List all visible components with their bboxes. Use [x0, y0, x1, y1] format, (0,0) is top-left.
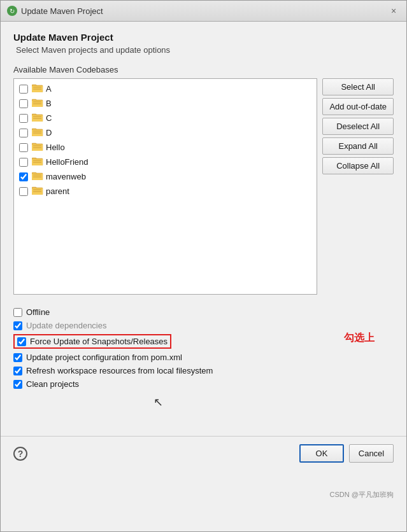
option-label-updateConfig: Update project configuration from pom.xm…	[26, 353, 182, 362]
svg-rect-24	[33, 147, 41, 148]
folder-icon	[32, 186, 43, 197]
project-name-C: C	[46, 113, 52, 123]
project-item-mavenweb[interactable]: mavenweb	[14, 169, 317, 184]
project-name-D: D	[46, 128, 52, 137]
svg-rect-29	[33, 162, 41, 163]
option-checkbox-forceUpdate[interactable]	[17, 337, 26, 346]
option-label-updateDeps: Update dependencies	[26, 321, 107, 330]
option-label-cleanProjects: Clean projects	[26, 379, 79, 389]
svg-rect-4	[33, 88, 41, 90]
project-item-B[interactable]: B	[14, 96, 317, 111]
project-item-Hello[interactable]: Hello	[14, 140, 317, 155]
dialog-subtitle: Select Maven projects and update options	[13, 45, 394, 55]
ok-button[interactable]: OK	[299, 444, 344, 463]
project-checkbox-C[interactable]	[19, 114, 28, 123]
dialog-content: Update Maven Project Select Maven projec…	[1, 22, 406, 431]
option-label-forceUpdate: Force Update of Snapshots/Releases	[30, 337, 168, 346]
cursor-icon: ↖	[154, 395, 163, 409]
folder-icon	[32, 171, 43, 182]
project-item-D[interactable]: D	[14, 125, 317, 140]
watermark: CSDN @平凡加班狗	[330, 490, 394, 500]
annotation-area: 勾选上	[13, 402, 394, 414]
svg-rect-3	[33, 87, 41, 88]
options-section: OfflineUpdate dependenciesForce Update o…	[13, 307, 394, 389]
project-name-A: A	[46, 84, 52, 94]
bottom-buttons: OK Cancel	[299, 444, 394, 463]
update-maven-dialog: Update Maven Project × Update Maven Proj…	[0, 0, 407, 532]
option-checkbox-updateConfig[interactable]	[13, 353, 22, 362]
side-buttons: Select All Add out-of-date Deselect All …	[322, 78, 394, 295]
option-row-cleanProjects: Clean projects	[13, 379, 394, 389]
project-checkbox-B[interactable]	[19, 99, 28, 108]
project-checkbox-Hello[interactable]	[19, 143, 28, 152]
projects-area: A B C D Hello	[13, 78, 394, 295]
svg-rect-34	[33, 176, 41, 178]
svg-rect-28	[33, 160, 41, 161]
project-item-C[interactable]: C	[14, 111, 317, 125]
option-row-refreshWorkspace: Refresh workspace resources from local f…	[13, 366, 394, 375]
project-name-Hello: Hello	[46, 143, 65, 152]
collapse-all-button[interactable]: Collapse All	[322, 157, 394, 174]
project-checkbox-HelloFriend[interactable]	[19, 158, 28, 167]
maven-icon	[7, 6, 17, 16]
option-row-forceUpdate: Force Update of Snapshots/Releases	[13, 334, 171, 349]
folder-icon	[32, 113, 43, 123]
section-label: Available Maven Codebases	[13, 65, 394, 74]
svg-rect-23	[33, 145, 41, 146]
dialog-title: Update Maven Project	[13, 32, 394, 43]
project-item-HelloFriend[interactable]: HelloFriend	[14, 155, 317, 169]
title-bar: Update Maven Project ×	[1, 1, 406, 22]
svg-rect-19	[33, 132, 41, 134]
cancel-button[interactable]: Cancel	[349, 444, 394, 463]
select-all-button[interactable]: Select All	[322, 78, 394, 95]
svg-rect-9	[33, 103, 41, 104]
project-item-A[interactable]: A	[14, 81, 317, 96]
folder-icon	[32, 127, 43, 138]
projects-list[interactable]: A B C D Hello	[13, 78, 317, 295]
project-name-HelloFriend: HelloFriend	[46, 157, 88, 167]
option-checkbox-refreshWorkspace[interactable]	[13, 367, 22, 375]
svg-rect-14	[33, 118, 41, 119]
project-name-B: B	[46, 99, 52, 108]
option-label-refreshWorkspace: Refresh workspace resources from local f…	[26, 366, 213, 375]
svg-rect-33	[33, 174, 41, 176]
folder-icon	[32, 83, 43, 94]
expand-all-button[interactable]: Expand All	[322, 137, 394, 155]
folder-icon	[32, 142, 43, 153]
project-name-mavenweb: mavenweb	[46, 172, 86, 181]
add-out-of-date-button[interactable]: Add out-of-date	[322, 98, 394, 115]
project-name-parent: parent	[46, 186, 69, 196]
folder-icon	[32, 98, 43, 109]
option-row-offline: Offline	[13, 307, 394, 317]
option-checkbox-offline[interactable]	[13, 308, 22, 317]
title-bar-text: Update Maven Project	[21, 6, 103, 16]
option-checkbox-cleanProjects[interactable]	[13, 380, 22, 389]
folder-icon	[32, 157, 43, 167]
project-checkbox-parent[interactable]	[19, 187, 28, 196]
svg-rect-13	[33, 116, 41, 117]
close-button[interactable]: ×	[387, 4, 400, 17]
svg-rect-38	[33, 189, 41, 190]
cursor-area: ↖	[13, 414, 394, 421]
project-checkbox-A[interactable]	[19, 85, 28, 94]
project-checkbox-mavenweb[interactable]	[19, 172, 28, 181]
svg-rect-39	[33, 191, 41, 192]
project-item-parent[interactable]: parent	[14, 184, 317, 199]
option-label-offline: Offline	[26, 307, 50, 317]
option-row-updateConfig: Update project configuration from pom.xm…	[13, 353, 394, 362]
option-row-updateDeps: Update dependencies	[13, 321, 394, 330]
svg-rect-8	[33, 101, 41, 102]
annotation-text: 勾选上	[344, 332, 375, 345]
title-bar-left: Update Maven Project	[7, 6, 103, 16]
project-checkbox-D[interactable]	[19, 129, 28, 137]
deselect-all-button[interactable]: Deselect All	[322, 118, 394, 135]
svg-rect-18	[33, 130, 41, 132]
help-button[interactable]: ?	[13, 447, 27, 461]
bottom-bar: ? OK Cancel	[1, 436, 406, 470]
option-checkbox-updateDeps[interactable]	[13, 321, 22, 330]
